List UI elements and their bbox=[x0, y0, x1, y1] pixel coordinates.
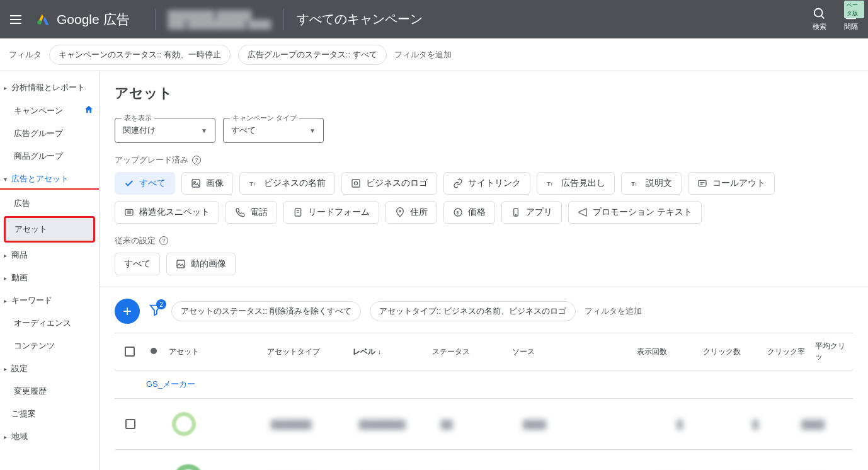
svg-point-1 bbox=[814, 9, 823, 17]
svg-rect-30 bbox=[177, 260, 185, 268]
table-row: ███████ ████████ ██ ████ █ █ ████ bbox=[115, 399, 853, 450]
app-header: Google 広告 ████████ █████████ ██████████ … bbox=[0, 0, 868, 38]
column-header-source[interactable]: ソース bbox=[507, 347, 599, 357]
svg-text:T: T bbox=[253, 182, 256, 186]
table-toolbar: + 2 アセットのステータス:: 削除済みを除くすべて アセットタイプ:: ビジ… bbox=[115, 299, 853, 324]
asset-chip-promotion[interactable]: プロモーション テキスト bbox=[568, 201, 702, 224]
filter-count-badge: 2 bbox=[156, 299, 166, 309]
svg-point-0 bbox=[37, 20, 42, 25]
asset-chip-sitelink[interactable]: サイトリンク bbox=[443, 172, 530, 195]
svg-text:T: T bbox=[635, 182, 637, 186]
column-header-clicks[interactable]: クリック数 bbox=[672, 347, 746, 357]
filter-funnel-button[interactable]: 2 bbox=[149, 303, 163, 319]
chevron-down-icon: ▼ bbox=[309, 127, 316, 134]
column-header-status[interactable]: ステータス bbox=[427, 347, 506, 357]
legacy-chip-all[interactable]: すべて bbox=[115, 253, 160, 275]
svg-point-10 bbox=[354, 181, 357, 185]
column-header-type[interactable]: アセットタイプ bbox=[262, 347, 348, 357]
asset-chip-description[interactable]: TT説明文 bbox=[621, 172, 682, 195]
home-icon bbox=[84, 105, 94, 117]
cell-impressions: █ bbox=[612, 420, 688, 429]
filter-chip-campaign-status[interactable]: キャンペーンのステータス:: 有効、一時停止 bbox=[49, 45, 231, 65]
upgraded-chips-row: すべて 画像 TTビジネスの名前 ビジネスのロゴ サイトリンク TT広告見出し … bbox=[115, 172, 853, 224]
asset-chip-call[interactable]: 電話 bbox=[226, 201, 277, 224]
sidebar-item-locations[interactable]: ▸地域 bbox=[0, 425, 99, 448]
cell-ctr: ████ bbox=[763, 420, 830, 429]
asset-chip-image[interactable]: 画像 bbox=[181, 172, 233, 195]
status-filter-chip[interactable]: アセットのステータス:: 削除済みを除くすべて bbox=[171, 301, 361, 321]
help-icon[interactable]: ? bbox=[192, 156, 201, 164]
sidebar-item-change-history[interactable]: 変更履歴 bbox=[0, 380, 99, 403]
sidebar-item-insights[interactable]: ▸分析情報とレポート bbox=[0, 76, 99, 99]
asset-chip-structured-snippet[interactable]: 構造化スニペット bbox=[115, 201, 219, 224]
legacy-chip-dynamic-image[interactable]: 動的画像 bbox=[166, 253, 236, 275]
asset-chip-business-name[interactable]: TTビジネスの名前 bbox=[239, 172, 335, 195]
page-title: アセット bbox=[115, 84, 853, 103]
sidebar-item-ads[interactable]: 広告 bbox=[0, 192, 99, 215]
caret-icon: ▸ bbox=[4, 297, 7, 304]
sidebar-item-content[interactable]: コンテンツ bbox=[0, 335, 99, 357]
asset-thumbnail bbox=[170, 461, 207, 470]
sidebar-item-keywords[interactable]: ▸キーワード bbox=[0, 289, 99, 312]
asset-chip-all[interactable]: すべて bbox=[115, 172, 175, 195]
asset-chip-lead-form[interactable]: リードフォーム bbox=[283, 201, 379, 224]
legacy-chips-row: すべて 動的画像 bbox=[115, 253, 853, 275]
caret-icon: ▸ bbox=[4, 84, 7, 91]
asset-chip-callout[interactable]: コールアウト bbox=[688, 172, 775, 195]
sidebar-item-products[interactable]: ▸商品 bbox=[0, 244, 99, 267]
type-filter-chip[interactable]: アセットタイプ:: ビジネスの名前、ビジネスのロゴ bbox=[370, 301, 576, 321]
sidebar-item-assets[interactable]: アセット bbox=[4, 216, 95, 243]
beta-badge: ベータ版 bbox=[844, 1, 864, 18]
campaign-type-select[interactable]: キャンペーン タイプ すべて▼ bbox=[223, 118, 324, 143]
filter-bar: フィルタ キャンペーンのステータス:: 有効、一時停止 広告グループのステータス… bbox=[0, 38, 868, 71]
hamburger-menu-icon[interactable] bbox=[10, 12, 25, 27]
table-view-select[interactable]: 表を表示 関連付け▼ bbox=[115, 118, 215, 143]
assets-table: アセット アセットタイプ レベル↓ ステータス ソース 表示回数 クリック数 ク… bbox=[115, 333, 853, 470]
caret-icon: ▸ bbox=[4, 365, 7, 372]
sidebar-item-ads-assets[interactable]: ▾広告とアセット bbox=[0, 168, 99, 190]
column-header-ctr[interactable]: クリック率 bbox=[746, 347, 810, 357]
interval-label: 間隔 bbox=[844, 22, 858, 32]
svg-point-6 bbox=[194, 181, 196, 183]
sidebar-item-adgroups[interactable]: 広告グループ bbox=[0, 122, 99, 145]
add-filter-link[interactable]: フィルタを追加 bbox=[394, 49, 452, 60]
svg-line-2 bbox=[821, 16, 825, 19]
sidebar-item-product-groups[interactable]: 商品グループ bbox=[0, 145, 99, 168]
google-ads-logo-icon bbox=[35, 10, 52, 29]
caret-icon: ▸ bbox=[4, 252, 7, 259]
sidebar-item-settings[interactable]: ▸設定 bbox=[0, 357, 99, 380]
asset-chip-location[interactable]: 住所 bbox=[385, 201, 437, 224]
table-header-row: アセット アセットタイプ レベル↓ ステータス ソース 表示回数 クリック数 ク… bbox=[115, 333, 853, 370]
column-header-cpc[interactable]: 平均クリッ bbox=[810, 341, 853, 362]
column-header-impressions[interactable]: 表示回数 bbox=[598, 347, 672, 357]
legacy-section-label: 従来の設定? bbox=[115, 235, 853, 246]
help-icon[interactable]: ? bbox=[159, 236, 168, 245]
row-checkbox[interactable] bbox=[125, 419, 135, 429]
asset-chip-headline[interactable]: TT広告見出し bbox=[537, 172, 615, 195]
asset-chip-price[interactable]: $価格 bbox=[443, 201, 495, 224]
column-header-asset[interactable]: アセット bbox=[164, 347, 261, 357]
svg-rect-15 bbox=[699, 180, 706, 186]
column-header-level[interactable]: レベル↓ bbox=[348, 347, 427, 357]
sidebar-item-recommendations[interactable]: ご提案 bbox=[0, 403, 99, 425]
add-table-filter-link[interactable]: フィルタを追加 bbox=[585, 306, 642, 317]
sidebar-item-campaigns[interactable]: キャンペーン bbox=[0, 99, 99, 122]
campaign-scope: すべてのキャンペーン bbox=[297, 11, 423, 28]
interval-button[interactable]: ベータ版 間隔 bbox=[844, 7, 858, 32]
campaign-group-link[interactable]: GS_メーカー bbox=[146, 379, 195, 389]
cell-status: ██ bbox=[436, 420, 518, 429]
filter-chip-adgroup-status[interactable]: 広告グループのステータス:: すべて bbox=[238, 45, 387, 65]
app-title: Google 広告 bbox=[57, 11, 130, 28]
asset-chip-app[interactable]: アプリ bbox=[501, 201, 562, 224]
main-content: アセット 表を表示 関連付け▼ キャンペーン タイプ すべて▼ アップグレード済… bbox=[100, 71, 868, 470]
asset-chip-business-logo[interactable]: ビジネスのロゴ bbox=[341, 172, 437, 195]
add-asset-fab[interactable]: + bbox=[115, 299, 140, 324]
search-button[interactable]: 検索 bbox=[813, 7, 826, 32]
sidebar-item-videos[interactable]: ▸動画 bbox=[0, 267, 99, 289]
sidebar-item-audiences[interactable]: オーディエンス bbox=[0, 312, 99, 335]
sort-down-icon: ↓ bbox=[378, 348, 382, 355]
select-all-checkbox[interactable] bbox=[125, 347, 135, 357]
caret-icon: ▸ bbox=[4, 433, 7, 440]
cell-type: ███████ bbox=[266, 420, 354, 429]
svg-rect-5 bbox=[192, 180, 200, 187]
